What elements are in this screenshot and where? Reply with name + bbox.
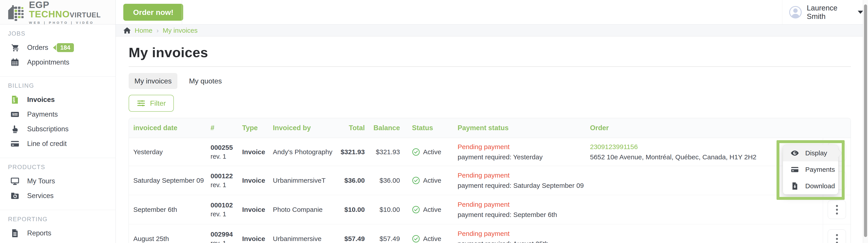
- svg-text:$: $: [13, 99, 15, 103]
- sidebar-section-label: PRODUCTS: [0, 164, 116, 171]
- home-icon: [123, 27, 131, 34]
- status-label: Active: [423, 235, 441, 243]
- column-header-: #: [205, 124, 237, 132]
- brand-name-tertiary: VIRTUEL: [70, 11, 101, 19]
- order-now-button[interactable]: Order now!: [123, 4, 183, 21]
- status-label: Active: [423, 206, 441, 213]
- sidebar-item-services[interactable]: Services: [0, 188, 116, 203]
- brand-logo[interactable]: EGP TECHNOVIRTUEL WEB | PHOTO | VIDÉO: [0, 0, 116, 25]
- invoice-row: Yesterday 000255 rev. 1 Invoice Andy's P…: [129, 138, 850, 166]
- invoice-revision: rev. 1: [211, 180, 237, 189]
- breadcrumb-separator: ›: [156, 27, 159, 34]
- filter-button-label: Filter: [150, 99, 166, 108]
- sidebar-item-orders[interactable]: Orders 184: [0, 40, 116, 55]
- cell-actions: [823, 195, 850, 224]
- cell-invoiced-by: UrbanimmersiveT: [269, 177, 334, 184]
- invoice-number: 000255: [211, 143, 237, 152]
- sidebar-section-label: REPORTING: [0, 216, 116, 223]
- sidebar-section-reporting: REPORTING Reports: [0, 210, 116, 243]
- invoice-number: 002994: [211, 230, 237, 239]
- payment-check-icon: $: [9, 110, 21, 119]
- sidebar-item-invoices[interactable]: $ Invoices: [0, 92, 116, 107]
- payment-status-label: Pending payment: [458, 200, 590, 210]
- cell-type: Invoice: [237, 206, 269, 213]
- check-circle-icon: [412, 177, 420, 184]
- context-menu-item-download[interactable]: Download: [783, 178, 838, 194]
- title-divider: [129, 66, 851, 67]
- cell-invoiced-by: Andy's Photography: [269, 148, 334, 156]
- camera-icon: [9, 191, 21, 201]
- cell-payment-status: Pending payment payment required: Yester…: [452, 142, 590, 162]
- cell-type: Invoice: [237, 177, 269, 184]
- vertical-scrollbar[interactable]: [863, 0, 868, 243]
- brand-logo-icon: [6, 2, 26, 22]
- tab-my-quotes[interactable]: My quotes: [183, 73, 228, 89]
- column-header-invoiced-by: Invoiced by: [269, 124, 334, 132]
- cell-invoiced-date: August 25th: [129, 235, 205, 243]
- tab-my-invoices[interactable]: My invoices: [129, 73, 177, 89]
- cell-type: Invoice: [237, 235, 269, 243]
- sidebar-item-subscriptions[interactable]: Subscriptions: [0, 122, 116, 136]
- cell-invoiced-by: Photo Companie: [269, 206, 334, 213]
- invoice-number: 000102: [211, 201, 237, 210]
- column-header-total: Total: [334, 124, 368, 132]
- cart-icon: [9, 43, 21, 53]
- filter-button[interactable]: Filter: [129, 95, 174, 112]
- cell-invoiced-date: September 6th: [129, 206, 205, 213]
- sidebar-section-label: BILLING: [0, 82, 116, 89]
- payment-required-label: payment required: Saturday September 09: [458, 180, 590, 191]
- context-menu-item-display[interactable]: Display: [783, 145, 838, 161]
- sidebar-item-label: Line of credit: [27, 140, 67, 148]
- column-header-status: Status: [403, 124, 452, 132]
- cell-invoiced-date: Yesterday: [129, 148, 205, 156]
- app-window: EGP TECHNOVIRTUEL WEB | PHOTO | VIDÉO JO…: [0, 0, 868, 243]
- user-menu[interactable]: Laurence Smith: [782, 0, 863, 24]
- cell-actions: [823, 224, 850, 243]
- cell-balance: $36.00: [368, 177, 403, 184]
- column-header-invoiced-date: invoiced date: [129, 124, 205, 132]
- cell-invoice-number: 002994 rev. 1: [205, 230, 237, 243]
- invoice-icon: $: [9, 95, 21, 104]
- brand-name-primary: EGP: [29, 0, 49, 10]
- payment-required-label: payment required: Yesterday: [458, 152, 590, 162]
- cell-invoiced-date: Saturday September 09: [129, 177, 205, 184]
- vertical-scrollbar-thumb[interactable]: [864, 4, 867, 237]
- sidebar-item-label: Payments: [27, 110, 58, 118]
- invoice-revision: rev. 1: [211, 210, 237, 218]
- sidebar-item-label: Invoices: [27, 96, 55, 104]
- table-header-row: invoiced date#TypeInvoiced byTotalBalanc…: [129, 118, 850, 138]
- user-name: Laurence Smith: [807, 4, 851, 21]
- context-menu-item-label: Display: [805, 149, 827, 157]
- chevron-down-icon: [858, 11, 863, 14]
- cell-payment-status: Pending payment payment required: Septem…: [452, 200, 590, 220]
- context-menu-item-payments[interactable]: Payments: [783, 161, 838, 178]
- cell-payment-status: Pending payment payment required: Saturd…: [452, 170, 590, 191]
- cell-total: $10.00: [334, 206, 368, 213]
- sidebar-item-appointments[interactable]: Appointments: [0, 55, 116, 70]
- brand-name-secondary: TECHNO: [29, 9, 70, 19]
- check-circle-icon: [412, 235, 420, 243]
- sidebar-item-payments[interactable]: $ Payments: [0, 107, 116, 122]
- sidebar: EGP TECHNOVIRTUEL WEB | PHOTO | VIDÉO JO…: [0, 0, 116, 243]
- download-icon: [790, 182, 799, 190]
- cell-invoice-number: 000255 rev. 1: [205, 143, 237, 161]
- order-number-link[interactable]: 2309123991156: [590, 142, 638, 152]
- breadcrumb-current[interactable]: My invoices: [163, 27, 198, 34]
- sidebar-section-products: PRODUCTS My Tours Services: [0, 158, 116, 210]
- orders-count-badge: 184: [57, 43, 74, 52]
- row-actions-button[interactable]: [828, 230, 846, 243]
- sidebar-item-label: My Tours: [27, 177, 55, 185]
- cell-status: Active: [403, 206, 452, 214]
- sidebar-item-reports[interactable]: Reports: [0, 226, 116, 241]
- column-header-type: Type: [237, 124, 269, 132]
- sidebar-item-label: Orders: [27, 43, 48, 52]
- row-actions-button[interactable]: [828, 200, 846, 219]
- cell-total: $57.49: [334, 235, 368, 243]
- sidebar-item-my-tours[interactable]: My Tours: [0, 174, 116, 188]
- sidebar-item-line-of-credit[interactable]: Line of credit: [0, 136, 116, 151]
- breadcrumb-home-link[interactable]: Home: [135, 27, 152, 34]
- top-header: Order now! Laurence Smith: [116, 0, 863, 25]
- payment-status-label: Pending payment: [458, 170, 590, 180]
- status-label: Active: [423, 177, 441, 184]
- sidebar-section-billing: BILLING $ Invoices $ Payments Subscripti…: [0, 77, 116, 158]
